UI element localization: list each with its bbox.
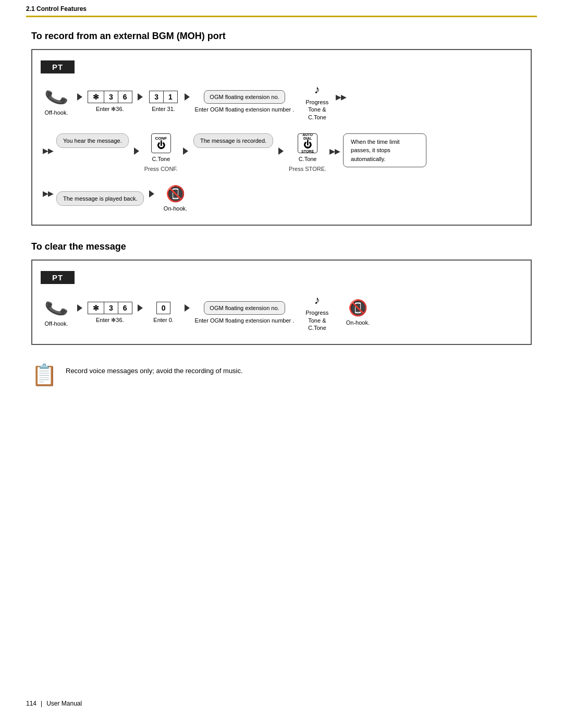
arrow-2-2 (138, 304, 143, 312)
ogm-bubble-1: OGM floating extension no. (204, 90, 285, 104)
ogm-item-2: OGM floating extension no. Enter OGM flo… (195, 301, 295, 325)
dbl-arrow-3: ▶▶ (329, 147, 340, 155)
onhook-item-2: 📵 On-hook. (342, 299, 373, 326)
progress-tone-item-2: ♪ Progress Tone & C.Tone (301, 293, 333, 331)
press-conf-label: Press CONF. (144, 166, 178, 172)
conf-icon: ⏻ (157, 141, 165, 150)
flow-row-3: ▶▶ The message is played back. 📵 On-hook… (41, 184, 522, 212)
offhook-item-2: 📞 Off-hook. (41, 298, 72, 327)
pt-label-2: PT (41, 271, 75, 284)
section1-title: To record from an external BGM (MOH) por… (31, 31, 532, 42)
key-0: 0 (157, 302, 170, 314)
diagram-box-2: PT 📞 Off-hook. ✻ 3 6 Enter ✻36. (31, 260, 532, 345)
ogm-item-1: OGM floating extension no. Enter OGM flo… (195, 90, 295, 114)
playback-bubble: The message is played back. (56, 191, 144, 206)
key-6-2: 6 (118, 302, 132, 314)
arrow-7 (149, 190, 154, 198)
recorded-item: The message is recorded. (193, 133, 273, 148)
enter36-label-1: Enter ✻36. (96, 105, 124, 113)
enter0-label: Enter 0. (153, 316, 174, 324)
ogm-bubble-2: OGM floating extension no. (204, 301, 285, 315)
key31-group: 3 1 (149, 91, 178, 103)
press-store-label: Press STORE. (289, 166, 326, 172)
music-note-icon-1: ♪ (314, 83, 320, 96)
flow-row-2-1: 📞 Off-hook. ✻ 3 6 Enter ✻36. 0 Enter 0. (41, 293, 522, 331)
onhook-icon-1: 📵 (166, 184, 185, 203)
store-bottom-label: STORE (301, 150, 314, 153)
enter36-label-2: Enter ✻36. (96, 316, 124, 324)
key36-item: ✻ 3 6 Enter ✻36. (88, 91, 132, 113)
page-number: 114 (26, 700, 36, 707)
flow-row-1: 📞 Off-hook. ✻ 3 6 Enter ✻36. 3 1 (41, 83, 522, 121)
arrow-2-3 (185, 304, 190, 312)
pt-label-1: PT (41, 60, 75, 73)
ctone-label-2: C.Tone (299, 155, 317, 163)
store-icon: ⏻ (303, 140, 312, 150)
store-button-icon: AUTO DIAL ⏻ STORE (298, 133, 317, 153)
footer-separator: | (41, 700, 42, 707)
ogm-label-1: Enter OGM floating extension number . (195, 106, 295, 113)
arrow-4 (134, 147, 139, 155)
music-note-icon-2: ♪ (314, 293, 320, 307)
section2-title: To clear the message (31, 241, 532, 252)
conf-item: CONF ⏻ C.Tone Press CONF. (144, 133, 178, 172)
time-limit-note: When the time limit passes, it stops aut… (343, 133, 426, 168)
progress-tone-label-1: Progress Tone & C.Tone (305, 98, 328, 121)
arrow-5 (183, 147, 188, 155)
store-item: AUTO DIAL ⏻ STORE C.Tone Press STORE. (289, 133, 326, 172)
key36-group-2: ✻ 3 6 (88, 302, 132, 314)
key36-item-2: ✻ 3 6 Enter ✻36. (88, 302, 132, 324)
key31-item: 3 1 Enter 31. (148, 91, 179, 113)
arrow-6 (278, 147, 284, 155)
key-3-3: 3 (104, 302, 118, 314)
onhook-item-1: 📵 On-hook. (160, 184, 191, 212)
diagram-box-1: PT 📞 Off-hook. ✻ 3 6 Enter ✻36. (31, 49, 532, 226)
bottom-note: 📋 Record voice messages only; avoid the … (31, 361, 532, 387)
arrow-2 (138, 93, 143, 101)
conf-button-icon: CONF ⏻ (151, 133, 171, 153)
dbl-arrow-4: ▶▶ (43, 190, 53, 198)
key-3-1: 3 (104, 91, 118, 103)
offhook-icon-1: 📞 (43, 84, 70, 110)
note-paper-icon: 📋 (31, 363, 57, 387)
key-1-1: 1 (164, 91, 177, 103)
offhook-label-2: Off-hook. (44, 320, 68, 327)
enter31-label: Enter 31. (152, 105, 175, 113)
onhook-label-2: On-hook. (346, 319, 370, 326)
arrow-3 (185, 93, 190, 101)
key-star-2: ✻ (88, 302, 104, 314)
section-label: 2.1 Control Features (26, 5, 537, 16)
note-text: Record voice messages only; avoid the re… (66, 361, 243, 375)
top-bar: 2.1 Control Features (0, 0, 563, 17)
ogm-label-2: Enter OGM floating extension number . (195, 317, 295, 324)
key0-group: 0 (156, 302, 171, 314)
arrow-2-1 (77, 304, 82, 312)
dbl-arrow-1: ▶▶ (336, 93, 346, 101)
progress-tone-item-1: ♪ Progress Tone & C.Tone (301, 83, 333, 121)
arrow-1 (77, 93, 82, 101)
key-6-1: 6 (118, 91, 132, 103)
key-star-1: ✻ (88, 91, 104, 103)
key36-group: ✻ 3 6 (88, 91, 132, 103)
you-hear-bubble: You hear the message. (56, 133, 129, 148)
you-hear-item: You hear the message. (56, 133, 129, 148)
dbl-arrow-2: ▶▶ (43, 147, 53, 155)
playback-item: The message is played back. (56, 191, 144, 206)
footer-label: User Manual (46, 700, 82, 707)
offhook-label-1: Off-hook. (44, 109, 68, 116)
recorded-bubble: The message is recorded. (193, 133, 273, 148)
offhook-icon-2: 📞 (43, 295, 70, 320)
offhook-item-1: 📞 Off-hook. (41, 87, 72, 116)
onhook-icon-2: 📵 (348, 299, 368, 317)
key0-item: 0 Enter 0. (148, 302, 179, 324)
store-top-label: AUTO DIAL (298, 133, 317, 140)
progress-tone-label-2: Progress Tone & C.Tone (305, 309, 328, 331)
flow-row-2: ▶▶ You hear the message. CONF ⏻ C.Tone P… (41, 133, 522, 172)
onhook-label-1: On-hook. (164, 205, 187, 212)
ctone-label-1: C.Tone (152, 155, 170, 163)
time-limit-bubble: When the time limit passes, it stops aut… (343, 133, 426, 168)
key-3-2: 3 (150, 91, 164, 103)
